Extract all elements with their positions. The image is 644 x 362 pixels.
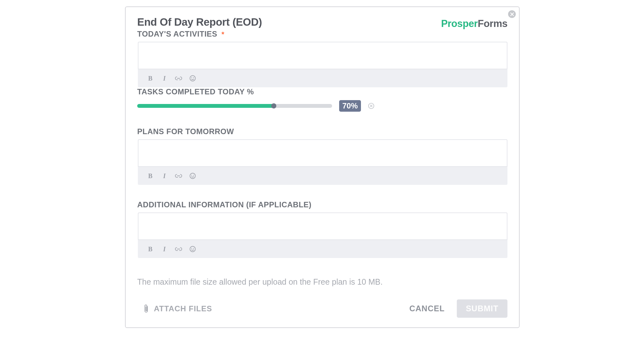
- link-button[interactable]: [175, 172, 182, 179]
- emoji-icon: [189, 173, 196, 179]
- attach-files-label: ATTACH FILES: [154, 304, 212, 313]
- additional-label: ADDITIONAL INFORMATION (IF APPLICABLE): [137, 200, 507, 209]
- plans-section: PLANS FOR TOMORROW B I: [137, 127, 507, 185]
- svg-point-2: [193, 77, 194, 78]
- svg-point-5: [191, 175, 192, 176]
- slider-fill: [137, 104, 274, 108]
- link-button[interactable]: [175, 75, 182, 82]
- file-size-note: The maximum file size allowed per upload…: [137, 277, 507, 287]
- tasks-clear-button[interactable]: [368, 103, 374, 109]
- svg-point-6: [193, 175, 194, 176]
- link-button[interactable]: [175, 246, 182, 253]
- svg-point-4: [190, 173, 196, 179]
- emoji-button[interactable]: [189, 75, 196, 82]
- paperclip-icon: [143, 304, 149, 314]
- emoji-icon: [189, 75, 196, 82]
- svg-point-9: [193, 248, 194, 249]
- footer-actions: ATTACH FILES CANCEL SUBMIT: [137, 299, 507, 318]
- tasks-section: TASKS COMPLETED TODAY % 70%: [137, 87, 507, 112]
- link-icon: [175, 247, 182, 251]
- bold-button[interactable]: B: [147, 246, 154, 253]
- plans-toolbar: B I: [138, 167, 507, 185]
- italic-button[interactable]: I: [161, 172, 168, 179]
- italic-button[interactable]: I: [161, 75, 168, 82]
- bold-button[interactable]: B: [147, 172, 154, 179]
- activities-label-text: TODAY'S ACTIVITIES: [137, 30, 217, 38]
- brand-first: Prosper: [441, 18, 478, 29]
- additional-section: ADDITIONAL INFORMATION (IF APPLICABLE) B…: [137, 200, 507, 258]
- activities-input[interactable]: [138, 42, 507, 69]
- form-title: End Of Day Report (EOD): [137, 16, 262, 28]
- activities-label: TODAY'S ACTIVITIES *: [137, 30, 262, 39]
- close-button[interactable]: [508, 10, 516, 18]
- additional-toolbar: B I: [138, 240, 507, 258]
- plans-input[interactable]: [138, 139, 507, 167]
- svg-point-1: [191, 77, 192, 78]
- svg-point-7: [190, 246, 196, 252]
- clear-icon: [368, 103, 374, 109]
- additional-input[interactable]: [138, 212, 507, 240]
- submit-button[interactable]: SUBMIT: [457, 299, 507, 318]
- tasks-label: TASKS COMPLETED TODAY %: [137, 87, 507, 96]
- plans-label: PLANS FOR TOMORROW: [137, 127, 507, 136]
- brand-second: Forms: [478, 18, 507, 29]
- attach-files-button[interactable]: ATTACH FILES: [137, 304, 212, 314]
- emoji-button[interactable]: [189, 172, 196, 179]
- link-icon: [175, 76, 182, 81]
- bold-button[interactable]: B: [147, 75, 154, 82]
- activities-editor: B I: [138, 42, 507, 87]
- cancel-button[interactable]: CANCEL: [403, 300, 451, 317]
- required-marker: *: [222, 30, 224, 38]
- emoji-button[interactable]: [189, 246, 196, 253]
- close-icon: [510, 13, 514, 16]
- svg-point-8: [191, 248, 192, 249]
- tasks-value-badge: 70%: [339, 100, 361, 112]
- slider-thumb[interactable]: [271, 103, 276, 108]
- italic-button[interactable]: I: [161, 246, 168, 253]
- brand-logo: ProsperForms: [441, 18, 507, 30]
- form-modal: End Of Day Report (EOD) TODAY'S ACTIVITI…: [125, 6, 520, 328]
- tasks-slider[interactable]: [137, 104, 332, 108]
- link-icon: [175, 174, 182, 178]
- activities-toolbar: B I: [138, 69, 507, 87]
- svg-point-0: [190, 76, 196, 81]
- emoji-icon: [189, 246, 196, 252]
